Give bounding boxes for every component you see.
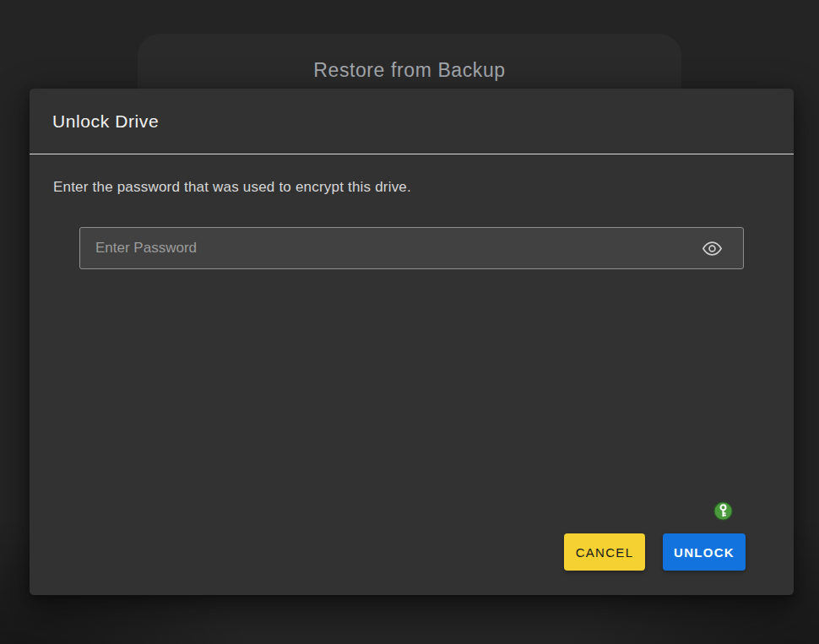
cancel-button[interactable]: CANCEL (564, 533, 645, 571)
dialog-description: Enter the password that was used to encr… (53, 179, 411, 196)
password-input[interactable] (79, 227, 744, 269)
unlock-drive-dialog: Unlock Drive Enter the password that was… (30, 89, 794, 595)
eye-icon (702, 238, 723, 259)
dialog-actions: CANCEL UNLOCK (564, 533, 746, 571)
dialog-title: Unlock Drive (52, 111, 159, 132)
unlock-button[interactable]: UNLOCK (663, 533, 746, 571)
show-password-button[interactable] (699, 235, 724, 261)
password-input-wrap (79, 227, 744, 269)
password-manager-key-icon[interactable] (713, 501, 733, 521)
page-title: Restore from Backup (138, 34, 681, 82)
dialog-header: Unlock Drive (30, 89, 794, 154)
